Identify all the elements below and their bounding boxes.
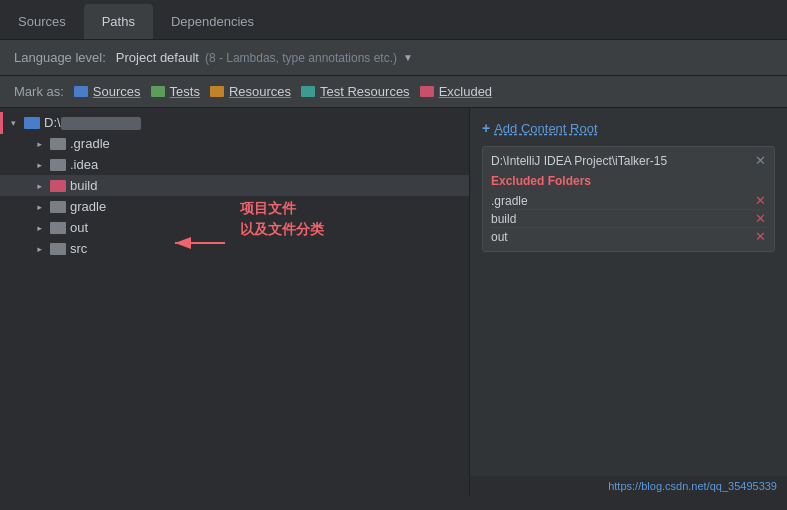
tab-dependencies-label: Dependencies <box>171 14 254 29</box>
footer-url: https://blog.csdn.net/qq_35495339 <box>470 476 787 496</box>
language-level-label: Language level: <box>14 50 106 65</box>
tree-item-idea[interactable]: ▾ .idea <box>0 154 469 175</box>
main-content: ▾ D:\ ▾ .gradle ▾ .idea ▾ <box>0 108 787 496</box>
gradle-hidden-label: .gradle <box>70 136 110 151</box>
language-level-dropdown-arrow: ▼ <box>403 52 413 63</box>
tree-item-src[interactable]: ▾ src <box>0 238 469 259</box>
language-level-select[interactable]: Project default (8 - Lambdas, type annot… <box>116 50 413 65</box>
excluded-item-build: build ✕ <box>491 210 766 228</box>
root-selected-indicator <box>0 112 3 134</box>
tree-item-gradle-hidden[interactable]: ▾ .gradle <box>0 133 469 154</box>
add-content-root-label: Add Content Root <box>494 121 597 136</box>
root-folder-icon <box>24 117 40 129</box>
tab-paths-label: Paths <box>102 14 135 29</box>
excluded-item-out-remove-button[interactable]: ✕ <box>755 229 766 244</box>
tree-item-out[interactable]: ▾ out <box>0 217 469 238</box>
tree-root-item[interactable]: ▾ D:\ <box>0 112 469 133</box>
excluded-folders-label: Excluded Folders <box>491 174 766 188</box>
language-level-value: Project default <box>116 50 199 65</box>
resources-folder-icon <box>210 86 224 97</box>
tree-item-gradle[interactable]: ▾ gradle <box>0 196 469 217</box>
content-root-close-button[interactable]: ✕ <box>755 153 766 168</box>
excluded-item-gradle: .gradle ✕ <box>491 192 766 210</box>
gradle-hidden-chevron-icon: ▾ <box>32 137 46 151</box>
out-folder-icon <box>50 222 66 234</box>
language-level-hint: (8 - Lambdas, type annotations etc.) <box>205 51 397 65</box>
tab-paths[interactable]: Paths <box>84 4 153 39</box>
build-folder-icon <box>50 180 66 192</box>
content-root-item: D:\IntelliJ IDEA Project\iTalker-15 ✕ Ex… <box>482 146 775 252</box>
gradle-folder-icon <box>50 201 66 213</box>
build-label: build <box>70 178 97 193</box>
excluded-item-build-remove-button[interactable]: ✕ <box>755 211 766 226</box>
excluded-item-gradle-remove-button[interactable]: ✕ <box>755 193 766 208</box>
mark-as-sources-button[interactable]: Sources <box>74 84 141 99</box>
idea-folder-icon <box>50 159 66 171</box>
footer-link[interactable]: https://blog.csdn.net/qq_35495339 <box>608 480 777 492</box>
mark-as-tests-button[interactable]: Tests <box>151 84 200 99</box>
idea-label: .idea <box>70 157 98 172</box>
out-chevron-icon: ▾ <box>32 221 46 235</box>
mark-as-excluded-button[interactable]: Excluded <box>420 84 492 99</box>
mark-as-test-resources-button[interactable]: Test Resources <box>301 84 410 99</box>
add-content-root-button[interactable]: + Add Content Root <box>482 118 775 138</box>
mark-as-row: Mark as: Sources Tests Resources Test Re… <box>0 76 787 108</box>
mark-as-resources-label: Resources <box>229 84 291 99</box>
gradle-label: gradle <box>70 199 106 214</box>
blurred-path <box>61 117 141 130</box>
gradle-hidden-folder-icon <box>50 138 66 150</box>
idea-chevron-icon: ▾ <box>32 158 46 172</box>
mark-as-excluded-label: Excluded <box>439 84 492 99</box>
tests-folder-icon <box>151 86 165 97</box>
tree-item-build[interactable]: ▾ build <box>0 175 469 196</box>
language-level-row: Language level: Project default (8 - Lam… <box>0 40 787 76</box>
root-chevron-icon: ▾ <box>6 116 20 130</box>
build-chevron-icon: ▾ <box>32 179 46 193</box>
src-label: src <box>70 241 87 256</box>
root-path-label: D:\ <box>44 115 141 130</box>
mark-as-label: Mark as: <box>14 84 64 99</box>
src-chevron-icon: ▾ <box>32 242 46 256</box>
excluded-folder-icon <box>420 86 434 97</box>
excluded-item-gradle-name: .gradle <box>491 194 528 208</box>
tab-dependencies[interactable]: Dependencies <box>153 4 272 39</box>
tab-sources[interactable]: Sources <box>0 4 84 39</box>
gradle-chevron-icon: ▾ <box>32 200 46 214</box>
content-root-path: D:\IntelliJ IDEA Project\iTalker-15 <box>491 154 667 168</box>
tab-bar: Sources Paths Dependencies <box>0 0 787 40</box>
excluded-item-out-name: out <box>491 230 508 244</box>
mark-as-tests-label: Tests <box>170 84 200 99</box>
content-root-header: D:\IntelliJ IDEA Project\iTalker-15 ✕ <box>491 153 766 168</box>
file-tree[interactable]: ▾ D:\ ▾ .gradle ▾ .idea ▾ <box>0 108 470 496</box>
plus-icon: + <box>482 120 490 136</box>
out-label: out <box>70 220 88 235</box>
mark-as-test-resources-label: Test Resources <box>320 84 410 99</box>
test-resources-folder-icon <box>301 86 315 97</box>
excluded-item-out: out ✕ <box>491 228 766 245</box>
mark-as-resources-button[interactable]: Resources <box>210 84 291 99</box>
src-folder-icon <box>50 243 66 255</box>
right-panel: + Add Content Root D:\IntelliJ IDEA Proj… <box>470 108 787 496</box>
app-container: Sources Paths Dependencies Language leve… <box>0 0 787 510</box>
sources-folder-icon <box>74 86 88 97</box>
excluded-item-build-name: build <box>491 212 516 226</box>
tab-sources-label: Sources <box>18 14 66 29</box>
mark-as-sources-label: Sources <box>93 84 141 99</box>
